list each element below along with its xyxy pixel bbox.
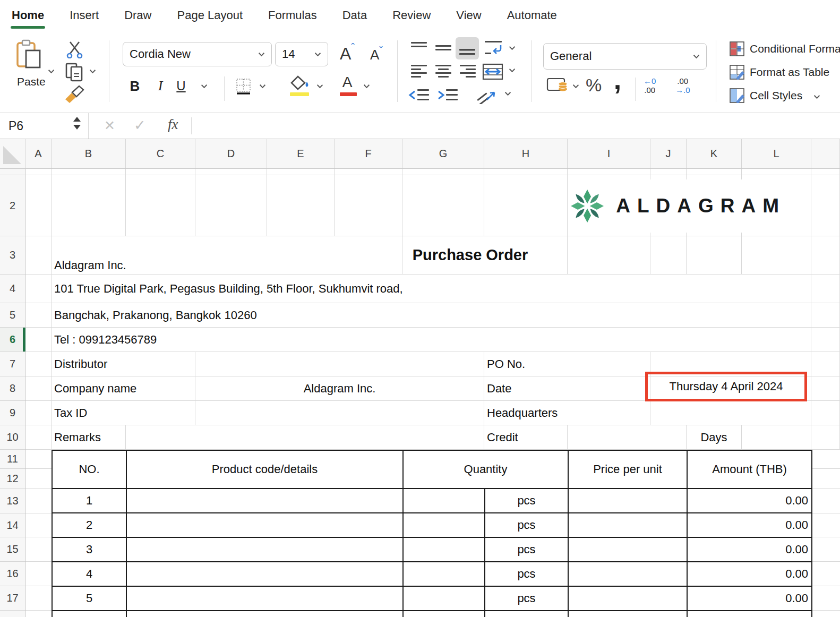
cell-days-label[interactable]: Days <box>687 425 742 450</box>
cell-price[interactable] <box>569 538 688 562</box>
wrap-text-button[interactable] <box>483 38 504 58</box>
grid-cell[interactable] <box>812 611 840 617</box>
cell-unit[interactable]: pcs <box>485 562 569 587</box>
cell-remarks-value[interactable] <box>126 425 484 450</box>
row-header-7[interactable]: 7 <box>0 352 25 376</box>
italic-button[interactable]: I <box>153 75 168 97</box>
paste-dropdown-chevron[interactable] <box>48 69 55 74</box>
cell-unit[interactable]: pcs <box>485 489 569 513</box>
align-left-button[interactable] <box>409 63 429 81</box>
grid-cell[interactable] <box>811 275 840 303</box>
grid-cell[interactable] <box>25 175 52 236</box>
tab-review[interactable]: Review <box>392 0 431 31</box>
grid-cell[interactable] <box>195 169 267 175</box>
cell-price[interactable] <box>569 562 688 587</box>
cell-price[interactable] <box>569 489 688 513</box>
grid-cell[interactable] <box>25 352 52 376</box>
tab-view[interactable]: View <box>456 0 481 31</box>
tab-automate[interactable]: Automate <box>507 0 557 31</box>
row-header-17[interactable]: 17 <box>0 586 25 611</box>
grid-cell[interactable] <box>25 236 52 275</box>
grid-cell[interactable] <box>811 328 840 352</box>
cell-address-line1[interactable]: 101 True Digital Park, Pegasus Building,… <box>52 275 811 303</box>
borders-dropdown-chevron[interactable] <box>259 84 266 89</box>
grid-cell[interactable] <box>402 175 484 236</box>
align-middle-button[interactable] <box>433 39 453 57</box>
font-name-select[interactable]: Cordia New <box>123 42 272 66</box>
conditional-formatting-label[interactable]: Conditional Formatting <box>750 42 840 55</box>
cell-product[interactable] <box>127 611 404 617</box>
cell-company-header[interactable]: Aldagram Inc. <box>52 236 402 275</box>
align-center-button[interactable] <box>433 63 453 81</box>
accounting-format-button[interactable] <box>546 75 569 95</box>
grid-cell[interactable] <box>402 169 484 175</box>
grid-cell[interactable] <box>812 489 840 513</box>
row-header-5[interactable]: 5 <box>0 303 25 328</box>
cell-product[interactable] <box>127 489 404 513</box>
tab-page-layout[interactable]: Page Layout <box>177 0 243 31</box>
cell-styles-button[interactable] <box>728 87 745 104</box>
column-header-i[interactable]: I <box>568 139 650 168</box>
cell-date-value[interactable]: Thursday 4 April 2024 <box>669 380 783 393</box>
grid-cell[interactable] <box>25 303 52 328</box>
font-color-button[interactable]: A <box>338 73 357 91</box>
row-header-18-partial[interactable] <box>0 611 25 617</box>
tab-formulas[interactable]: Formulas <box>268 0 317 31</box>
grid-cell[interactable] <box>52 175 126 236</box>
grid-cell[interactable] <box>812 450 840 469</box>
cell-headquarters-value[interactable] <box>650 401 811 425</box>
grid-cell[interactable] <box>811 303 840 328</box>
cell-unit[interactable]: pcs <box>485 513 569 538</box>
row-header-12[interactable]: 12 <box>0 469 25 489</box>
grid-cell[interactable] <box>742 169 811 175</box>
cell-company-name-value[interactable]: Aldagram Inc. <box>195 376 484 401</box>
cell-product[interactable] <box>127 538 404 562</box>
name-box-spinner[interactable] <box>73 117 81 130</box>
grid-cell[interactable] <box>25 611 52 617</box>
cell-price[interactable] <box>569 611 688 617</box>
cell-amount[interactable]: 0.00 <box>688 587 812 611</box>
grid-cell[interactable] <box>650 236 687 275</box>
merge-center-button[interactable] <box>481 62 504 82</box>
grid-cell[interactable] <box>484 175 568 236</box>
insert-function-icon[interactable]: fx <box>168 116 178 133</box>
grid-cell[interactable] <box>812 469 840 489</box>
table-header-price[interactable]: Price per unit <box>569 451 688 489</box>
copy-button[interactable] <box>64 62 85 83</box>
cell-item-no[interactable]: 4 <box>53 562 127 587</box>
confirm-entry-icon[interactable]: ✓ <box>134 117 146 134</box>
row-header-9[interactable]: 9 <box>0 401 25 425</box>
row-header-10[interactable]: 10 <box>0 425 25 450</box>
row-header-13[interactable]: 13 <box>0 489 25 513</box>
row-header-15[interactable]: 15 <box>0 537 25 562</box>
grid-cell[interactable] <box>812 513 840 537</box>
cell-quantity[interactable] <box>404 538 485 562</box>
cell-amount[interactable]: 0.00 <box>688 562 812 587</box>
increase-indent-button[interactable] <box>435 86 459 104</box>
formula-input[interactable] <box>198 113 840 139</box>
grid-cell[interactable] <box>25 425 52 450</box>
table-header-no[interactable]: NO. <box>53 451 127 489</box>
format-as-table-button[interactable] <box>728 64 745 81</box>
grid-cell[interactable] <box>126 169 195 175</box>
cell-quantity[interactable] <box>404 587 485 611</box>
grid-cell[interactable] <box>811 169 840 175</box>
cell-item-no[interactable]: 1 <box>53 489 127 513</box>
table-header-product[interactable]: Product code/details <box>127 451 404 489</box>
decrease-decimal-button[interactable]: .00 →.0 <box>675 76 690 95</box>
grid-cell[interactable] <box>25 562 52 586</box>
borders-button[interactable] <box>235 76 253 97</box>
tab-home[interactable]: Home <box>12 0 44 31</box>
grid-cell[interactable] <box>25 401 52 425</box>
grid-cell[interactable] <box>811 376 840 401</box>
increase-decimal-button[interactable]: ←0 .00 <box>644 76 656 95</box>
paste-button[interactable] <box>15 38 44 70</box>
cell-headquarters-label[interactable]: Headquarters <box>484 401 650 425</box>
cell-styles-label[interactable]: Cell Styles <box>750 89 802 102</box>
table-header-amount[interactable]: Amount (THB) <box>688 451 812 489</box>
grid-cell[interactable] <box>811 236 840 275</box>
grid-cell[interactable] <box>811 175 840 236</box>
cell-styles-dropdown-chevron[interactable] <box>813 95 820 99</box>
grid-cell[interactable] <box>267 175 335 236</box>
cell-purchase-order-title[interactable]: Purchase Order <box>402 236 568 275</box>
